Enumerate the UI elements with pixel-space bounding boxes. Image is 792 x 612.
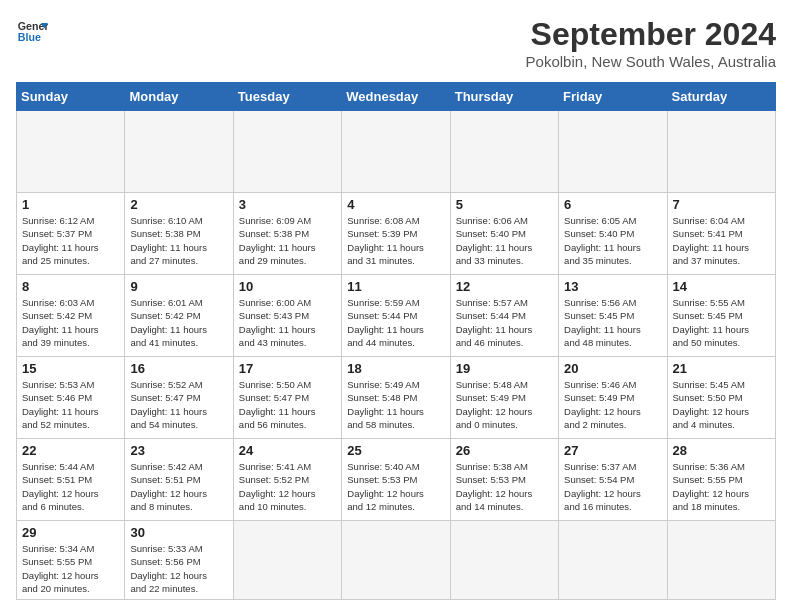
- table-row: 7Sunrise: 6:04 AM Sunset: 5:41 PM Daylig…: [667, 193, 775, 275]
- table-row: 29Sunrise: 5:34 AM Sunset: 5:55 PM Dayli…: [17, 521, 125, 600]
- day-number: 16: [130, 361, 227, 376]
- table-row: 21Sunrise: 5:45 AM Sunset: 5:50 PM Dayli…: [667, 357, 775, 439]
- table-row: 25Sunrise: 5:40 AM Sunset: 5:53 PM Dayli…: [342, 439, 450, 521]
- col-thursday: Thursday: [450, 83, 558, 111]
- day-number: 21: [673, 361, 770, 376]
- day-info: Sunrise: 5:59 AM Sunset: 5:44 PM Dayligh…: [347, 296, 444, 349]
- day-number: 28: [673, 443, 770, 458]
- day-number: 2: [130, 197, 227, 212]
- day-number: 15: [22, 361, 119, 376]
- day-number: 29: [22, 525, 119, 540]
- day-number: 14: [673, 279, 770, 294]
- day-number: 19: [456, 361, 553, 376]
- day-info: Sunrise: 5:50 AM Sunset: 5:47 PM Dayligh…: [239, 378, 336, 431]
- table-row: [559, 521, 667, 600]
- table-row: 10Sunrise: 6:00 AM Sunset: 5:43 PM Dayli…: [233, 275, 341, 357]
- table-row: 20Sunrise: 5:46 AM Sunset: 5:49 PM Dayli…: [559, 357, 667, 439]
- day-number: 3: [239, 197, 336, 212]
- day-number: 17: [239, 361, 336, 376]
- day-info: Sunrise: 5:48 AM Sunset: 5:49 PM Dayligh…: [456, 378, 553, 431]
- day-number: 30: [130, 525, 227, 540]
- table-row: 27Sunrise: 5:37 AM Sunset: 5:54 PM Dayli…: [559, 439, 667, 521]
- table-row: [125, 111, 233, 193]
- day-number: 27: [564, 443, 661, 458]
- table-row: 30Sunrise: 5:33 AM Sunset: 5:56 PM Dayli…: [125, 521, 233, 600]
- day-info: Sunrise: 6:09 AM Sunset: 5:38 PM Dayligh…: [239, 214, 336, 267]
- calendar-header: Sunday Monday Tuesday Wednesday Thursday…: [17, 83, 776, 111]
- day-number: 10: [239, 279, 336, 294]
- table-row: 24Sunrise: 5:41 AM Sunset: 5:52 PM Dayli…: [233, 439, 341, 521]
- table-row: 11Sunrise: 5:59 AM Sunset: 5:44 PM Dayli…: [342, 275, 450, 357]
- day-info: Sunrise: 5:45 AM Sunset: 5:50 PM Dayligh…: [673, 378, 770, 431]
- day-info: Sunrise: 6:01 AM Sunset: 5:42 PM Dayligh…: [130, 296, 227, 349]
- col-saturday: Saturday: [667, 83, 775, 111]
- table-row: 6Sunrise: 6:05 AM Sunset: 5:40 PM Daylig…: [559, 193, 667, 275]
- col-friday: Friday: [559, 83, 667, 111]
- day-number: 9: [130, 279, 227, 294]
- table-row: 17Sunrise: 5:50 AM Sunset: 5:47 PM Dayli…: [233, 357, 341, 439]
- day-info: Sunrise: 6:03 AM Sunset: 5:42 PM Dayligh…: [22, 296, 119, 349]
- day-number: 24: [239, 443, 336, 458]
- calendar-table: Sunday Monday Tuesday Wednesday Thursday…: [16, 82, 776, 600]
- logo-icon: General Blue: [16, 16, 48, 48]
- day-number: 22: [22, 443, 119, 458]
- day-info: Sunrise: 5:57 AM Sunset: 5:44 PM Dayligh…: [456, 296, 553, 349]
- day-info: Sunrise: 6:08 AM Sunset: 5:39 PM Dayligh…: [347, 214, 444, 267]
- col-monday: Monday: [125, 83, 233, 111]
- table-row: 14Sunrise: 5:55 AM Sunset: 5:45 PM Dayli…: [667, 275, 775, 357]
- table-row: [233, 521, 341, 600]
- day-info: Sunrise: 6:05 AM Sunset: 5:40 PM Dayligh…: [564, 214, 661, 267]
- day-info: Sunrise: 5:40 AM Sunset: 5:53 PM Dayligh…: [347, 460, 444, 513]
- table-row: 8Sunrise: 6:03 AM Sunset: 5:42 PM Daylig…: [17, 275, 125, 357]
- col-sunday: Sunday: [17, 83, 125, 111]
- day-info: Sunrise: 6:06 AM Sunset: 5:40 PM Dayligh…: [456, 214, 553, 267]
- location-title: Pokolbin, New South Wales, Australia: [526, 53, 776, 70]
- table-row: 12Sunrise: 5:57 AM Sunset: 5:44 PM Dayli…: [450, 275, 558, 357]
- table-row: 28Sunrise: 5:36 AM Sunset: 5:55 PM Dayli…: [667, 439, 775, 521]
- day-number: 7: [673, 197, 770, 212]
- table-row: 23Sunrise: 5:42 AM Sunset: 5:51 PM Dayli…: [125, 439, 233, 521]
- table-row: 18Sunrise: 5:49 AM Sunset: 5:48 PM Dayli…: [342, 357, 450, 439]
- day-number: 25: [347, 443, 444, 458]
- day-number: 18: [347, 361, 444, 376]
- table-row: [342, 111, 450, 193]
- day-number: 4: [347, 197, 444, 212]
- day-info: Sunrise: 5:55 AM Sunset: 5:45 PM Dayligh…: [673, 296, 770, 349]
- table-row: 9Sunrise: 6:01 AM Sunset: 5:42 PM Daylig…: [125, 275, 233, 357]
- day-number: 5: [456, 197, 553, 212]
- table-row: [233, 111, 341, 193]
- day-info: Sunrise: 5:42 AM Sunset: 5:51 PM Dayligh…: [130, 460, 227, 513]
- table-row: 16Sunrise: 5:52 AM Sunset: 5:47 PM Dayli…: [125, 357, 233, 439]
- day-info: Sunrise: 6:10 AM Sunset: 5:38 PM Dayligh…: [130, 214, 227, 267]
- table-row: 3Sunrise: 6:09 AM Sunset: 5:38 PM Daylig…: [233, 193, 341, 275]
- day-info: Sunrise: 5:37 AM Sunset: 5:54 PM Dayligh…: [564, 460, 661, 513]
- col-wednesday: Wednesday: [342, 83, 450, 111]
- table-row: 1Sunrise: 6:12 AM Sunset: 5:37 PM Daylig…: [17, 193, 125, 275]
- day-info: Sunrise: 6:00 AM Sunset: 5:43 PM Dayligh…: [239, 296, 336, 349]
- day-number: 8: [22, 279, 119, 294]
- table-row: [667, 521, 775, 600]
- day-info: Sunrise: 5:56 AM Sunset: 5:45 PM Dayligh…: [564, 296, 661, 349]
- table-row: [450, 111, 558, 193]
- page-header: General Blue September 2024 Pokolbin, Ne…: [16, 16, 776, 70]
- logo: General Blue: [16, 16, 48, 48]
- day-info: Sunrise: 5:49 AM Sunset: 5:48 PM Dayligh…: [347, 378, 444, 431]
- table-row: [342, 521, 450, 600]
- day-info: Sunrise: 5:33 AM Sunset: 5:56 PM Dayligh…: [130, 542, 227, 595]
- day-number: 11: [347, 279, 444, 294]
- table-row: [450, 521, 558, 600]
- day-info: Sunrise: 5:52 AM Sunset: 5:47 PM Dayligh…: [130, 378, 227, 431]
- svg-text:Blue: Blue: [18, 31, 41, 43]
- title-block: September 2024 Pokolbin, New South Wales…: [526, 16, 776, 70]
- table-row: 4Sunrise: 6:08 AM Sunset: 5:39 PM Daylig…: [342, 193, 450, 275]
- col-tuesday: Tuesday: [233, 83, 341, 111]
- day-info: Sunrise: 5:44 AM Sunset: 5:51 PM Dayligh…: [22, 460, 119, 513]
- calendar-body: 1Sunrise: 6:12 AM Sunset: 5:37 PM Daylig…: [17, 111, 776, 600]
- day-number: 20: [564, 361, 661, 376]
- day-info: Sunrise: 5:34 AM Sunset: 5:55 PM Dayligh…: [22, 542, 119, 595]
- day-number: 23: [130, 443, 227, 458]
- day-number: 6: [564, 197, 661, 212]
- day-number: 12: [456, 279, 553, 294]
- table-row: [17, 111, 125, 193]
- day-info: Sunrise: 5:46 AM Sunset: 5:49 PM Dayligh…: [564, 378, 661, 431]
